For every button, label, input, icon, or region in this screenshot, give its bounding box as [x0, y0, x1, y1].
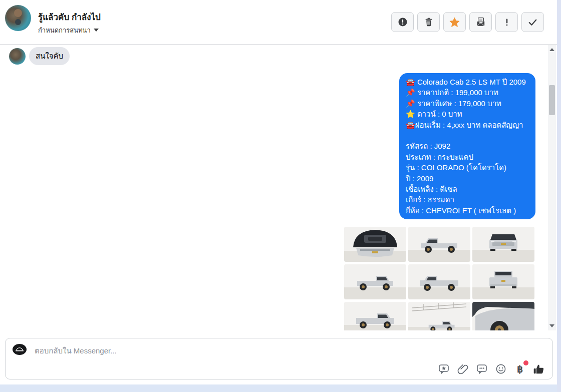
- car-front-left-photo: [408, 227, 470, 262]
- star-icon: [449, 17, 460, 28]
- car-engine-bay-photo: [344, 227, 406, 262]
- chevron-down-icon: [94, 29, 99, 32]
- photo-tile[interactable]: [344, 302, 406, 330]
- photo-tile[interactable]: [472, 264, 534, 299]
- message-line: ⭐ ดาวน์ : 0 บาท: [406, 109, 529, 119]
- photo-tile[interactable]: [472, 227, 534, 262]
- car-side-photo: [408, 302, 470, 330]
- exclamation-icon: [502, 17, 512, 27]
- reply-composer[interactable]: ตอบกลับใน Messenger...: [5, 338, 553, 379]
- exclamation-circle-icon: [398, 17, 408, 27]
- photo-gallery: [344, 227, 534, 330]
- photo-tile[interactable]: [344, 227, 406, 262]
- car-rear-left-photo: [344, 302, 406, 330]
- car-front-photo: [472, 227, 534, 262]
- message-line: [406, 130, 529, 141]
- message-line: เชื้อเพลิง : ดีเซล: [406, 184, 529, 194]
- page-background-strip: [557, 0, 561, 392]
- saved-replies-button[interactable]: [437, 362, 450, 375]
- scroll-up-arrow-icon[interactable]: [549, 48, 554, 51]
- like-button[interactable]: [532, 362, 545, 375]
- photo-tile[interactable]: [408, 302, 470, 330]
- incoming-message-bubble[interactable]: สนใจคับ: [29, 47, 70, 65]
- customer-avatar-small: [9, 48, 26, 65]
- message-line: เกียร์ : ธรรมดา: [406, 194, 529, 205]
- message-line: 📌 ราคาพิเศษ : 179,000 บาท: [406, 98, 529, 109]
- message-line: 📌 ราคาปกติ : 199,000 บาท: [406, 87, 529, 98]
- outgoing-message-bubble[interactable]: 🚘 Colorado Cab 2.5 LS MT ปี 2009 📌 ราคาป…: [399, 73, 535, 219]
- page-background-strip: [0, 384, 561, 392]
- comment-button[interactable]: [475, 362, 488, 375]
- mark-important-button[interactable]: [495, 12, 518, 32]
- message-line: ยี่ห้อ : CHEVROLET ( เชฟโรเลต ): [406, 205, 529, 216]
- message-line: รุ่น : COLORADO (โคโดราโด): [406, 162, 529, 173]
- emoji-button[interactable]: [494, 362, 507, 375]
- photo-tile[interactable]: [408, 264, 470, 299]
- car-logo-icon: [15, 347, 24, 352]
- payment-button[interactable]: ฿: [513, 362, 526, 375]
- conversation-title: รู้แล้วคับ กำลังไป: [38, 10, 101, 24]
- car-rear-photo: [472, 264, 534, 299]
- notification-dot-badge: [523, 360, 528, 365]
- comment-ellipsis-icon: [476, 363, 488, 375]
- star-button[interactable]: [443, 12, 466, 32]
- scroll-down-arrow-icon[interactable]: [549, 324, 554, 327]
- delete-button[interactable]: [417, 12, 440, 32]
- report-button[interactable]: [391, 12, 414, 32]
- photo-tile[interactable]: [472, 302, 534, 330]
- message-line: 🚘 Colorado Cab 2.5 LS MT ปี 2009: [406, 77, 529, 87]
- baht-payment-icon: ฿: [517, 364, 523, 374]
- message-line: 🚘ผ่อนเริ่ม : 4,xxx บาท ตลอดสัญญา: [406, 120, 529, 130]
- saved-replies-icon: [438, 363, 450, 375]
- conversation-label-dropdown[interactable]: กำหนดการสนทนา: [38, 25, 99, 36]
- car-front-right-photo: [344, 264, 406, 299]
- car-wheel-closeup-photo: [472, 302, 534, 330]
- check-icon: [527, 17, 538, 28]
- scrollbar-thumb[interactable]: [549, 85, 555, 115]
- conversation-toolbar: [391, 12, 544, 32]
- message-list: สนใจคับ 🚘 Colorado Cab 2.5 LS MT ปี 2009…: [0, 45, 548, 330]
- chat-scrollbar[interactable]: [548, 45, 556, 330]
- mark-unread-button[interactable]: [469, 12, 492, 32]
- conversation-header: รู้แล้วคับ กำลังไป กำหนดการสนทนา: [0, 0, 557, 45]
- car-rear-quarter-photo: [408, 264, 470, 299]
- photo-tile[interactable]: [344, 264, 406, 299]
- message-line: รหัสรถ : J092: [406, 141, 529, 151]
- chat-panel: รู้แล้วคับ กำลังไป กำหนดการสนทนา: [0, 0, 557, 384]
- attach-file-button[interactable]: [456, 362, 469, 375]
- mark-done-button[interactable]: [521, 12, 544, 32]
- emoji-icon: [495, 363, 507, 375]
- envelope-unread-icon: [476, 17, 486, 27]
- trash-icon: [424, 17, 434, 27]
- message-line: ประเภท : กระบะแคป: [406, 152, 529, 162]
- message-line: ปี : 2009: [406, 173, 529, 184]
- customer-avatar[interactable]: [5, 5, 31, 31]
- reply-input[interactable]: ตอบกลับใน Messenger...: [35, 345, 117, 357]
- paperclip-icon: [457, 363, 469, 375]
- page-logo-avatar: [13, 344, 27, 355]
- conversation-label-text: กำหนดการสนทนา: [38, 27, 91, 34]
- composer-actions: ฿: [437, 362, 545, 375]
- thumbs-up-icon: [532, 362, 545, 376]
- photo-tile[interactable]: [408, 227, 470, 262]
